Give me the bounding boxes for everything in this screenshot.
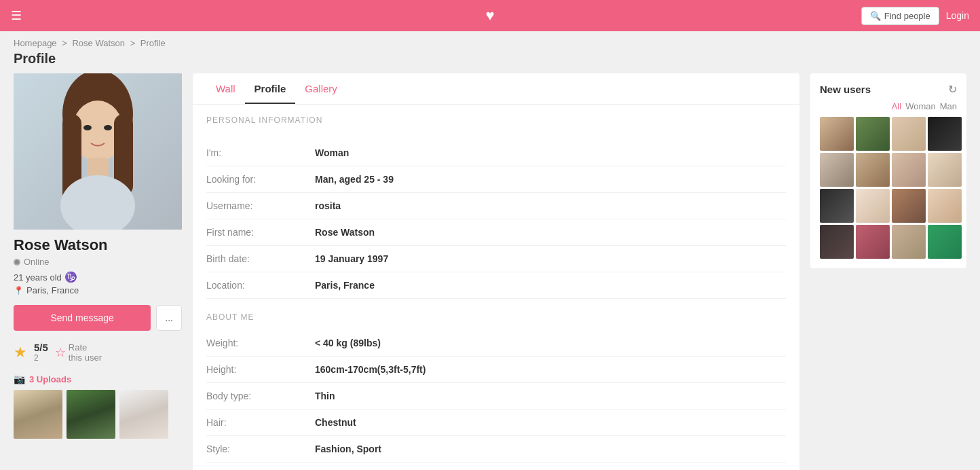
info-value-hair: Chestnut	[315, 417, 356, 428]
user-thumb-img-4	[928, 117, 962, 151]
info-row-bodytype: Body type: Thin	[206, 383, 786, 410]
info-row-username: Username: rosita	[206, 193, 786, 219]
rate-label: Rate	[69, 342, 102, 352]
upload-thumb-2[interactable]	[67, 390, 115, 439]
user-thumb-img-12	[928, 189, 962, 223]
uploads-title: 📷 3 Uploads	[14, 374, 182, 384]
info-label-bodytype: Body type:	[206, 391, 315, 401]
camera-icon: 📷	[14, 374, 25, 384]
user-thumb-2[interactable]	[856, 117, 890, 151]
upload-thumb-img-3	[119, 390, 168, 439]
location-line: 📍 Paris, France	[14, 285, 182, 295]
new-users-title: New users	[820, 84, 871, 95]
user-thumb-7[interactable]	[892, 153, 926, 187]
info-label-username: Username:	[206, 200, 315, 211]
header-right: 🔍 Find people Login	[861, 7, 969, 25]
info-label-location: Location:	[206, 280, 315, 291]
user-thumb-4[interactable]	[928, 117, 962, 151]
user-thumb-img-7	[892, 153, 926, 187]
filter-man[interactable]: Man	[940, 101, 957, 111]
search-icon: 🔍	[870, 11, 881, 21]
right-column: New users ↻ All Woman Man	[810, 73, 966, 268]
user-thumb-10[interactable]	[856, 189, 890, 223]
send-message-button[interactable]: Send message	[14, 305, 151, 331]
info-label-height: Height:	[206, 364, 315, 375]
header: ☰ ♥ 🔍 Find people Login	[0, 0, 980, 31]
user-location: Paris, France	[26, 285, 79, 295]
tab-gallery[interactable]: Gallery	[295, 73, 347, 104]
user-thumb-img-9	[820, 189, 854, 223]
user-thumb-img-6	[856, 153, 890, 187]
info-value-birthdate: 19 January 1997	[315, 253, 388, 264]
svg-point-7	[83, 125, 92, 130]
users-grid	[820, 117, 957, 259]
info-row-weight: Weight: < 40 kg (89lbs)	[206, 330, 786, 357]
svg-point-8	[104, 125, 112, 130]
info-row-firstname: First name: Rose Watson	[206, 219, 786, 246]
hamburger-icon[interactable]: ☰	[11, 8, 22, 23]
left-column: Rose Watson Online 21 years old ♑ 📍 Pari…	[14, 73, 182, 439]
info-row-about: About me: If you don't like me, if you l…	[206, 463, 786, 470]
user-thumb-16[interactable]	[928, 225, 962, 259]
user-thumb-1[interactable]	[820, 117, 854, 151]
header-left: ☰	[11, 8, 22, 23]
info-value-height: 160cm-170cm(5,3ft-5,7ft)	[315, 364, 426, 375]
user-thumb-3[interactable]	[892, 117, 926, 151]
user-thumb-img-2	[856, 117, 890, 151]
upload-thumb-3[interactable]	[119, 390, 168, 439]
filter-all[interactable]: All	[892, 101, 901, 111]
info-label-hair: Hair:	[206, 417, 315, 428]
info-row-hair: Hair: Chestnut	[206, 410, 786, 436]
refresh-icon[interactable]: ↻	[948, 83, 957, 96]
rating-info: 5/5 2	[34, 342, 48, 363]
rate-labels: Rate this user	[69, 342, 102, 363]
uploads-area: 📷 3 Uploads	[14, 374, 182, 439]
tab-wall[interactable]: Wall	[206, 73, 245, 104]
user-meta: 21 years old ♑ 📍 Paris, France	[14, 271, 182, 295]
breadcrumb-sep2: >	[130, 38, 136, 48]
uploads-count: 3 Uploads	[29, 374, 71, 384]
rating-area: ★ 5/5 2 ☆ Rate this user	[14, 342, 182, 363]
user-thumb-9[interactable]	[820, 189, 854, 223]
profile-photo-img	[14, 73, 182, 230]
info-label-firstname: First name:	[206, 227, 315, 238]
user-thumb-14[interactable]	[856, 225, 890, 259]
profile-photo	[14, 73, 182, 230]
info-row-im: I'm: Woman	[206, 140, 786, 166]
user-thumb-12[interactable]	[928, 189, 962, 223]
user-thumb-8[interactable]	[928, 153, 962, 187]
more-options-button[interactable]: ...	[156, 305, 182, 331]
filter-woman[interactable]: Woman	[905, 101, 936, 111]
user-thumb-img-13	[820, 225, 854, 259]
user-thumb-5[interactable]	[820, 153, 854, 187]
user-thumb-15[interactable]	[892, 225, 926, 259]
info-value-bodytype: Thin	[315, 391, 335, 401]
filter-tabs: All Woman Man	[820, 101, 957, 111]
user-thumb-img-1	[820, 117, 854, 151]
upload-thumb-1[interactable]	[14, 390, 62, 439]
user-thumb-img-10	[856, 189, 890, 223]
new-users-header: New users ↻	[820, 83, 957, 96]
user-thumb-11[interactable]	[892, 189, 926, 223]
find-people-button[interactable]: 🔍 Find people	[861, 7, 939, 25]
user-name-display: Rose Watson	[14, 236, 182, 254]
breadcrumb-user[interactable]: Rose Watson	[72, 38, 125, 48]
upload-thumb-img-2	[67, 390, 115, 439]
user-thumb-img-15	[892, 225, 926, 259]
info-label-im: I'm:	[206, 147, 315, 158]
breadcrumb-homepage[interactable]: Homepage	[14, 38, 57, 48]
user-thumb-6[interactable]	[856, 153, 890, 187]
rate-user-button[interactable]: ☆ Rate this user	[55, 342, 102, 363]
main-layout: Rose Watson Online 21 years old ♑ 📍 Pari…	[0, 73, 980, 470]
upload-thumb-img-1	[14, 390, 62, 439]
breadcrumb-current: Profile	[140, 38, 166, 48]
info-value-weight: < 40 kg (89lbs)	[315, 338, 381, 348]
login-button[interactable]: Login	[946, 10, 969, 21]
zodiac-icon: ♑	[64, 271, 77, 283]
user-thumb-13[interactable]	[820, 225, 854, 259]
middle-column: Wall Profile Gallery PERSONAL INFORMATIO…	[193, 73, 799, 470]
info-value-im: Woman	[315, 147, 349, 158]
personal-info-header: PERSONAL INFORMATION	[206, 115, 786, 132]
tabs: Wall Profile Gallery	[193, 73, 799, 105]
tab-profile[interactable]: Profile	[245, 73, 296, 104]
